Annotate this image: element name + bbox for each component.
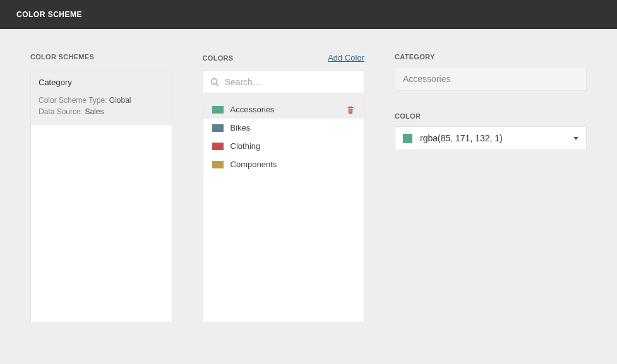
scheme-type-label: Color Scheme Type: <box>39 96 107 105</box>
chevron-down-icon <box>573 137 578 140</box>
color-select-value: rgba(85, 171, 132, 1) <box>420 133 566 143</box>
color-row[interactable]: Components <box>203 155 364 173</box>
scheme-item[interactable]: Category Color Scheme Type: Global Data … <box>31 71 172 125</box>
search-input[interactable] <box>225 77 357 87</box>
color-row[interactable]: Bikes <box>203 119 364 137</box>
add-color-link[interactable]: Add Color <box>328 53 364 62</box>
scheme-type-value: Global <box>109 96 131 105</box>
schemes-header: COLOR SCHEMES <box>30 53 172 64</box>
schemes-title: COLOR SCHEMES <box>30 53 94 61</box>
column-schemes: COLOR SCHEMES Category Color Scheme Type… <box>30 53 172 323</box>
color-label: Accessories <box>231 105 339 114</box>
color-label: Components <box>231 160 355 169</box>
color-label: Bikes <box>231 123 355 132</box>
svg-point-0 <box>211 79 217 85</box>
search-icon <box>210 77 220 87</box>
scheme-source-label: Data Source: <box>39 107 83 116</box>
color-section: COLOR rgba(85, 171, 132, 1) <box>395 112 587 150</box>
colors-title: COLORS <box>203 54 234 62</box>
app-title: COLOR SCHEME <box>16 10 82 19</box>
scheme-source-value: Sales <box>85 107 104 116</box>
color-select-swatch <box>403 134 412 143</box>
svg-line-1 <box>216 83 219 86</box>
color-select[interactable]: rgba(85, 171, 132, 1) <box>395 126 587 150</box>
color-row[interactable]: Clothing <box>203 137 364 155</box>
category-title: CATEGORY <box>395 53 587 61</box>
color-row[interactable]: Accessories <box>203 100 364 119</box>
color-swatch <box>212 124 224 132</box>
category-field[interactable]: Accessories <box>395 67 587 91</box>
colors-list: Accessories Bikes Clothing Components <box>203 100 364 323</box>
color-swatch <box>212 143 224 150</box>
schemes-panel: Category Color Scheme Type: Global Data … <box>30 71 172 323</box>
color-label: Clothing <box>231 141 355 151</box>
color-title: COLOR <box>395 112 587 120</box>
category-value: Accessories <box>403 74 450 84</box>
main-content: COLOR SCHEMES Category Color Scheme Type… <box>0 29 617 323</box>
app-header: COLOR SCHEME <box>0 0 617 29</box>
category-section: CATEGORY Accessories <box>395 53 587 91</box>
trash-icon[interactable] <box>346 105 355 114</box>
colors-header: COLORS Add Color <box>203 53 364 64</box>
color-swatch <box>212 161 224 168</box>
scheme-name: Category <box>39 78 164 87</box>
column-details: CATEGORY Accessories COLOR rgba(85, 171,… <box>395 53 587 323</box>
color-swatch <box>212 106 224 114</box>
search-box[interactable] <box>203 71 364 93</box>
column-colors: COLORS Add Color Accessories Bikes <box>203 53 364 323</box>
scheme-meta: Color Scheme Type: Global Data Source: S… <box>39 95 164 117</box>
